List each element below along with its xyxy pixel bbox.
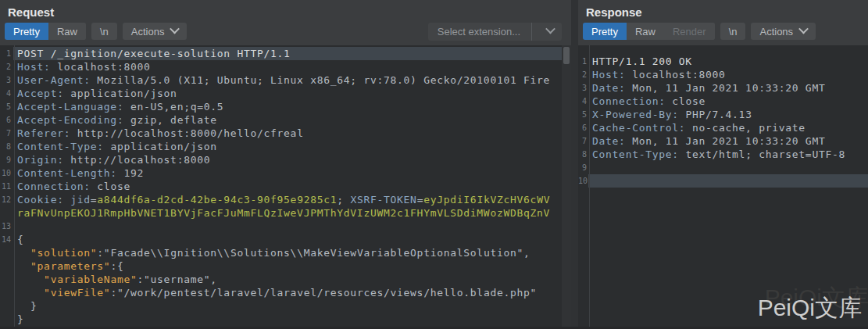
chevron-down-icon: [545, 24, 555, 34]
chevron-down-icon: [170, 24, 180, 34]
code-line: 10Content-Length: 192: [0, 166, 562, 180]
watermark: PeiQi文库: [758, 292, 862, 324]
request-tab-pretty[interactable]: Pretty: [5, 23, 48, 40]
chevron-down-icon: [798, 24, 809, 34]
code-line: 14{: [0, 233, 562, 246]
request-tab-newline[interactable]: \n: [91, 23, 117, 40]
code-line: 10: [578, 174, 868, 188]
extension-dropdown[interactable]: Select extension...: [428, 23, 562, 41]
code-line: 5Accept-Language: en-US,en;q=0.5: [0, 100, 562, 113]
request-tab-raw[interactable]: Raw: [48, 23, 86, 40]
response-tab-raw[interactable]: Raw: [627, 23, 664, 40]
request-tabbar: Pretty Raw \n Actions Select extension..…: [0, 20, 571, 44]
request-actions-button[interactable]: Actions: [123, 23, 188, 40]
response-editor[interactable]: 1HTTP/1.1 200 OK2Host: localhost:80003Da…: [578, 45, 868, 329]
response-actions-button[interactable]: Actions: [751, 23, 816, 40]
code-line: 9Origin: http://localhost:8000: [0, 153, 562, 166]
code-line: "viewFile":"/work/pentest/laravel/larave…: [0, 286, 562, 299]
request-actions-label: Actions: [131, 26, 165, 38]
code-line: }: [0, 313, 562, 326]
burp-message-viewer: Request Pretty Raw \n Actions Select ext…: [0, 0, 868, 329]
request-editor[interactable]: 1POST /_ignition/execute-solution HTTP/1…: [0, 45, 562, 329]
extension-dropdown-placeholder: Select extension...: [428, 23, 531, 41]
code-line: 8Content-Type: text/html; charset=UTF-8: [578, 148, 868, 161]
request-panel: Request Pretty Raw \n Actions Select ext…: [0, 0, 571, 329]
code-line: 7Date: Mon, 11 Jan 2021 10:33:20 GMT: [578, 134, 868, 148]
response-actions-label: Actions: [759, 26, 793, 38]
code-line: 1HTTP/1.1 200 OK: [578, 55, 868, 68]
code-line: "parameters":{: [0, 259, 562, 273]
scrollbar-thumb[interactable]: [563, 47, 570, 64]
code-line: raFNvUnpEKOJ1RmpHbVNET1BYVjFacFJuMmFLQzI…: [0, 206, 562, 220]
response-panel: Response Pretty Raw Render \n Actions 1H…: [578, 0, 868, 329]
code-line: 4Accept: application/json: [0, 87, 562, 100]
code-line: 1POST /_ignition/execute-solution HTTP/1…: [0, 47, 562, 60]
response-panel-title: Response: [578, 0, 868, 20]
code-line: 4Connection: close: [578, 95, 868, 108]
code-line: 3User-Agent: Mozilla/5.0 (X11; Ubuntu; L…: [0, 73, 562, 87]
code-line: 9: [578, 161, 868, 174]
code-line: "variableName":"username",: [0, 273, 562, 286]
request-view-mode-tabs: Pretty Raw: [5, 23, 86, 40]
code-line: "solution":"Facade\\Ignition\\Solutions\…: [0, 246, 562, 259]
response-tab-pretty[interactable]: Pretty: [583, 23, 627, 40]
request-panel-title: Request: [0, 0, 571, 20]
code-line: 2Host: localhost:8000: [0, 60, 562, 73]
request-scrollbar[interactable]: [562, 45, 571, 329]
code-line: 3Date: Mon, 11 Jan 2021 10:33:20 GMT: [578, 81, 868, 95]
response-tab-newline[interactable]: \n: [720, 23, 746, 40]
code-line: 6Accept-Encoding: gzip, deflate: [0, 113, 562, 127]
code-line: 2Host: localhost:8000: [578, 68, 868, 81]
code-line: }: [0, 299, 562, 313]
code-line: 7Referer: http://localhost:8000/hello/cf…: [0, 127, 562, 140]
code-line: 11Connection: close: [0, 180, 562, 193]
code-line: 12Cookie: jid=a844df6a-d2cd-42be-94c3-90…: [0, 193, 562, 206]
code-line: 6Cache-Control: no-cache, private: [578, 121, 868, 134]
response-view-mode-tabs: Pretty Raw Render: [583, 23, 715, 40]
code-line: 13: [0, 220, 562, 233]
response-tab-render: Render: [664, 23, 715, 40]
response-tabbar: Pretty Raw Render \n Actions: [578, 20, 868, 44]
code-line: 8Content-Type: application/json: [0, 140, 562, 153]
code-line: 5X-Powered-By: PHP/7.4.13: [578, 108, 868, 121]
